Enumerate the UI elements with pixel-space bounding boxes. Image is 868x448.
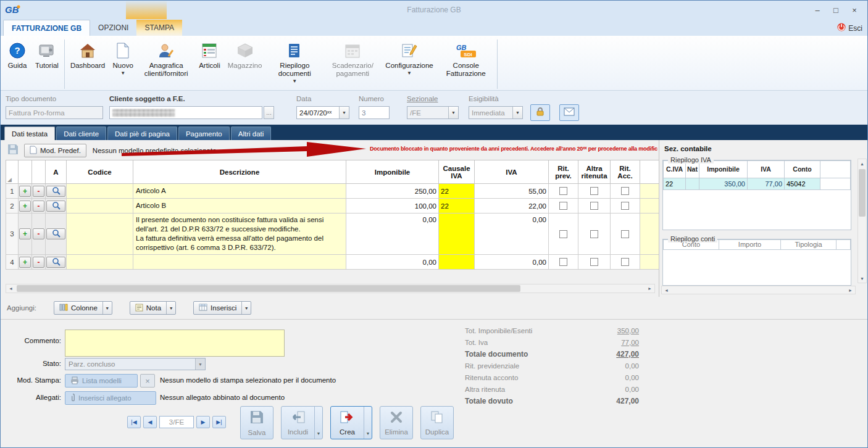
save-model-button[interactable] (6, 144, 20, 157)
close-button[interactable]: × (845, 1, 864, 19)
numero-field[interactable]: 3 (359, 106, 390, 119)
imponibile-cell[interactable]: 100,00 (346, 199, 439, 214)
elimina-button[interactable]: Elimina (380, 406, 413, 439)
previous-record-button[interactable]: ◀ (143, 416, 157, 428)
record-position-field[interactable]: 3/FE (159, 416, 194, 428)
search-article-button[interactable] (46, 228, 65, 239)
grid-select-all[interactable]: ◢ (6, 160, 19, 184)
row-number[interactable]: 3 (6, 214, 19, 255)
imponibile-cell[interactable]: 250,00 (346, 184, 439, 199)
descrizione-cell[interactable]: Articolo A (133, 184, 346, 199)
sezionale-label[interactable]: Sezionale (407, 95, 438, 102)
maximize-button[interactable]: □ (827, 1, 845, 19)
imponibile-cell[interactable]: 0,00 (346, 255, 439, 270)
tab-altri-dati[interactable]: Altri dati (231, 127, 272, 140)
cliente-browse-button[interactable]: ... (264, 106, 274, 119)
grid-horizontal-scrollbar[interactable]: ◄ ► (6, 284, 655, 293)
minimize-button[interactable]: – (808, 1, 827, 19)
toolbar-dashboard[interactable]: Dashboard (67, 38, 109, 70)
remove-row-button[interactable]: - (33, 201, 44, 212)
chevron-down-icon[interactable]: ▼ (364, 407, 372, 439)
colonne-button[interactable]: Colonne ▼ (54, 301, 112, 315)
scroll-down-icon[interactable]: ▼ (858, 274, 866, 283)
toolbar-tutorial[interactable]: Tutorial (31, 38, 62, 70)
iva-cell[interactable]: 22,00 (475, 199, 549, 214)
first-record-button[interactable]: |◀ (127, 416, 141, 428)
tab-dati-cliente[interactable]: Dati cliente (56, 127, 106, 140)
tab-pagamento[interactable]: Pagamento (178, 127, 230, 140)
rit-acc-checkbox[interactable] (621, 258, 629, 266)
cliente-field[interactable]: ▒▒▒▒▒▒▒▒▒▒▒▒▒▒ (109, 106, 262, 119)
scroll-right-icon[interactable]: ► (645, 284, 654, 292)
toolbar-console-fatturazione[interactable]: GBSDI Console Fatturazione (437, 38, 495, 78)
toolbar-anagrafica[interactable]: Anagrafica clienti/fornitori (137, 38, 195, 78)
rit-acc-checkbox[interactable] (621, 202, 629, 210)
codice-cell[interactable] (67, 199, 133, 214)
tab-dati-testata[interactable]: Dati testata (4, 127, 55, 140)
tipo-documento-field[interactable]: Fattura Pro-forma (6, 106, 103, 119)
row-number[interactable]: 4 (6, 255, 19, 270)
imponibile-cell[interactable]: 0,00 (346, 214, 439, 255)
lock-button[interactable] (530, 104, 550, 121)
tab-stampa[interactable]: STAMPA (136, 20, 182, 36)
add-row-button[interactable]: + (19, 201, 31, 212)
altra-ritenuta-checkbox[interactable] (590, 187, 598, 195)
esci-button[interactable]: Esci (837, 23, 862, 33)
descrizione-cell[interactable]: Il presente documento non costituisce fa… (133, 214, 346, 255)
causale-iva-cell[interactable] (439, 214, 475, 255)
rit-acc-checkbox[interactable] (621, 187, 629, 195)
descrizione-cell[interactable] (133, 255, 346, 270)
row-number[interactable]: 1 (6, 184, 19, 199)
duplica-button[interactable]: Duplica (420, 406, 454, 439)
chevron-down-icon[interactable]: ▼ (241, 302, 251, 314)
includi-button[interactable]: Includi ▼ (281, 406, 323, 439)
rit-prev-checkbox[interactable] (559, 187, 567, 195)
tab-opzioni[interactable]: OPZIONI (90, 20, 136, 36)
last-record-button[interactable]: ▶| (212, 416, 226, 428)
send-email-button[interactable] (559, 104, 579, 121)
chevron-down-icon[interactable]: ▼ (166, 302, 175, 314)
panel-vertical-scrollbar[interactable]: ▲ ▼ (858, 159, 867, 283)
toolbar-configurazione[interactable]: Configurazione ▼ (382, 38, 436, 76)
search-article-button[interactable] (46, 186, 65, 197)
search-article-button[interactable] (46, 257, 65, 268)
codice-cell[interactable] (67, 184, 133, 199)
causale-iva-cell[interactable] (439, 255, 475, 270)
iva-cell[interactable]: 0,00 (475, 255, 549, 270)
descrizione-cell[interactable]: Articolo B (133, 199, 346, 214)
toolbar-guida[interactable]: ? Guida (3, 38, 31, 70)
causale-iva-cell[interactable]: 22 (439, 184, 475, 199)
chevron-down-icon[interactable]: ▼ (339, 107, 349, 118)
nota-button[interactable]: Nota ▼ (130, 301, 176, 315)
scroll-up-icon[interactable]: ▲ (858, 159, 866, 168)
next-record-button[interactable]: ▶ (196, 416, 210, 428)
scrollbar-thumb[interactable] (859, 169, 866, 217)
lista-modelli-button[interactable]: Lista modelli (65, 374, 138, 388)
scroll-left-icon[interactable]: ◄ (6, 284, 15, 292)
iva-cell[interactable]: 0,00 (475, 214, 549, 255)
altra-ritenuta-checkbox[interactable] (590, 258, 598, 266)
rit-prev-checkbox[interactable] (559, 202, 567, 210)
chevron-down-icon[interactable]: ▼ (314, 407, 322, 439)
rit-prev-checkbox[interactable] (559, 258, 567, 266)
tab-dati-pie-di-pagina[interactable]: Dati piè di pagina (107, 127, 177, 140)
salva-button[interactable]: Salva (240, 406, 273, 439)
crea-button[interactable]: Crea ▼ (330, 406, 372, 439)
inserisci-button[interactable]: Inserisci ▼ (193, 301, 251, 315)
row-number[interactable]: 2 (6, 199, 19, 214)
rit-prev-checkbox[interactable] (559, 230, 567, 238)
inserisci-allegato-button[interactable]: Inserisci allegato (65, 391, 156, 405)
rit-acc-checkbox[interactable] (621, 230, 629, 238)
data-field[interactable]: 24/07/20ˣˣ ▼ (296, 106, 349, 119)
add-row-button[interactable]: + (19, 186, 31, 197)
altra-ritenuta-checkbox[interactable] (590, 202, 598, 210)
mod-predef-button[interactable]: Mod. Predef. (24, 144, 86, 157)
remove-row-button[interactable]: - (33, 257, 44, 268)
codice-cell[interactable] (67, 255, 133, 270)
scroll-right-icon[interactable]: ► (846, 286, 855, 294)
iva-cell[interactable]: 55,00 (475, 184, 549, 199)
chevron-down-icon[interactable]: ▼ (102, 302, 112, 314)
codice-cell[interactable] (67, 214, 133, 255)
clear-print-model-button[interactable]: × (140, 374, 155, 388)
causale-iva-cell[interactable]: 22 (439, 199, 475, 214)
